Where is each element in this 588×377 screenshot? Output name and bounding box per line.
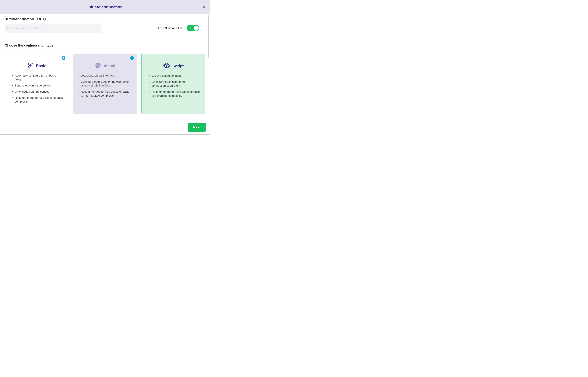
list-item: Only Issues can be synced <box>15 90 63 94</box>
list-item: Low-code, visual interface <box>81 74 132 78</box>
info-icon[interactable]: ! <box>130 56 134 60</box>
destination-url-label: Destination instance URL <box>5 17 42 21</box>
config-type-heading: Choose the configuration type <box>5 44 205 47</box>
config-card-basic[interactable]: ! Basic Automatic configuration of basic… <box>5 54 68 114</box>
config-card-script[interactable]: Script Groovy-based scripting Configure … <box>142 54 205 114</box>
modal-body: Destination instance URL ! I don't have … <box>0 14 210 119</box>
list-item: Configure each side of the connection se… <box>152 80 200 88</box>
palette-icon <box>95 62 102 70</box>
modal-header: Initiate connection ✕ <box>0 0 210 14</box>
card-title: Visual <box>104 63 115 68</box>
list-item: Configure both sides of the connection u… <box>81 80 132 88</box>
modal-title: Initiate connection <box>87 5 123 10</box>
list-item: Automatic configuration of basic fields <box>15 74 63 82</box>
code-icon <box>163 62 170 70</box>
destination-url-label-row: Destination instance URL ! <box>5 17 205 21</box>
destination-url-row: I don't have a URL <box>5 24 205 33</box>
list-item: Sync rules cannot be edited <box>15 83 63 88</box>
config-card-visual[interactable]: ! Visual Low-code, visual interface Conf… <box>73 54 137 114</box>
card-bullet-list: Low-code, visual interface Configure bot… <box>77 74 133 97</box>
list-item: Recommended for use cases of basic to ad… <box>152 90 200 98</box>
no-url-toggle-group: I don't have a URL <box>158 25 205 31</box>
info-icon[interactable]: ! <box>62 56 65 60</box>
destination-url-input[interactable] <box>5 24 101 33</box>
list-item: Groovy-based scripting <box>152 74 200 78</box>
card-head: Basic <box>8 62 65 70</box>
no-url-toggle[interactable] <box>187 25 199 31</box>
modal-footer: Next <box>0 120 210 135</box>
card-title: Basic <box>36 63 46 68</box>
wand-icon <box>27 62 34 70</box>
list-item: Recommended for use cases of basic to in… <box>81 90 132 97</box>
info-icon[interactable]: ! <box>43 18 46 21</box>
scrollbar-thumb[interactable] <box>208 15 209 58</box>
config-card-row: ! Basic Automatic configuration of basic… <box>5 54 205 114</box>
card-head: Visual <box>77 62 133 70</box>
next-button[interactable]: Next <box>188 123 206 132</box>
card-head: Script <box>145 62 202 70</box>
card-bullet-list: Automatic configuration of basic fields … <box>8 74 65 104</box>
toggle-knob <box>194 26 199 31</box>
scrollbar[interactable] <box>208 15 209 116</box>
no-url-label: I don't have a URL <box>158 26 184 30</box>
close-button[interactable]: ✕ <box>202 5 205 10</box>
svg-line-0 <box>166 63 167 68</box>
card-bullet-list: Groovy-based scripting Configure each si… <box>145 74 202 98</box>
check-icon <box>189 26 192 30</box>
card-title: Script <box>172 64 184 68</box>
list-item: Recommended for use cases of basic compl… <box>15 96 63 104</box>
